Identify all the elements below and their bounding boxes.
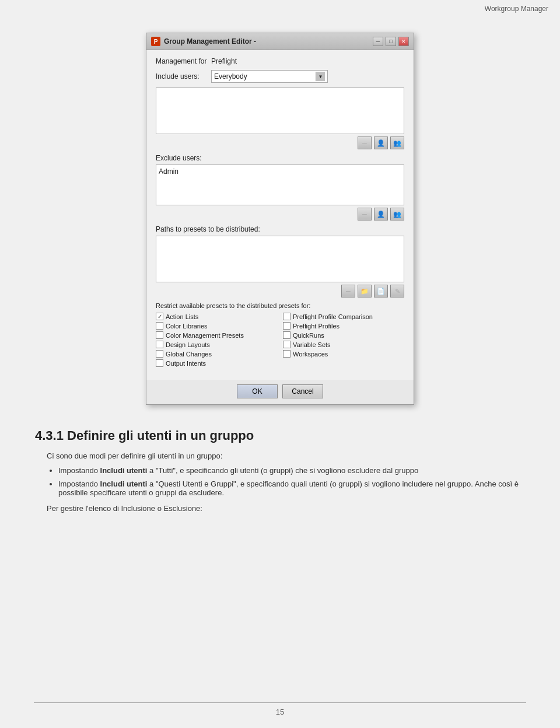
dialog-footer: OK Cancel: [146, 380, 414, 404]
exclude-label: Exclude users:: [156, 154, 404, 162]
add-group-exclude-button[interactable]: 👥: [390, 208, 404, 220]
page-footer: 15: [0, 702, 560, 716]
paths-list[interactable]: [156, 236, 404, 282]
paths-label: Paths to presets to be distributed:: [156, 225, 404, 233]
dialog-window: P Group Management Editor - ─ □ ✕ Manage…: [146, 33, 414, 405]
bullet-bold-2: Includi utenti: [100, 480, 148, 488]
header-title: Workgroup Manager: [485, 5, 548, 13]
cancel-button[interactable]: Cancel: [282, 384, 323, 398]
checkboxes-grid: ✓ Action Lists Preflight Profile Compari…: [156, 313, 404, 367]
close-button[interactable]: ✕: [398, 37, 409, 46]
include-dropdown[interactable]: Everybody ▼: [211, 70, 328, 83]
exclude-button-row: ─ 👤 👥: [156, 208, 404, 220]
checkbox-icon-color-management-presets[interactable]: [156, 331, 163, 339]
checkbox-icon-variable-sets[interactable]: [283, 341, 290, 348]
dialog-controls: ─ □ ✕: [373, 37, 409, 46]
exclude-list-content: Admin: [159, 167, 401, 176]
checkbox-icon-color-libraries[interactable]: [156, 322, 163, 330]
dialog-titlebar: P Group Management Editor - ─ □ ✕: [146, 33, 414, 50]
checkbox-label-color-management-presets: Color Management Presets: [166, 332, 244, 339]
add-user-include-button[interactable]: 👤: [374, 136, 388, 149]
checkbox-label-action-lists: Action Lists: [166, 313, 198, 320]
dialog-body: Management for Preflight Include users: …: [146, 50, 414, 380]
add-file-button[interactable]: 📄: [374, 285, 388, 298]
ok-button[interactable]: OK: [237, 384, 278, 398]
checkbox-label-preflight-profiles: Preflight Profiles: [293, 323, 340, 330]
bullet-text-after-1: a "Tutti", e specificando gli utenti (o …: [147, 466, 418, 475]
bullet-text-before-1: Impostando: [58, 466, 100, 475]
page-content: P Group Management Editor - ─ □ ✕ Manage…: [0, 15, 560, 542]
restrict-label: Restrict available presets to the distri…: [156, 302, 404, 309]
bullet-text-before-2: Impostando: [58, 480, 100, 488]
section-intro: Ci sono due modi per definire gli utenti…: [47, 452, 525, 460]
checkbox-variable-sets[interactable]: Variable Sets: [283, 341, 404, 348]
checkbox-preflight-profile-comparison[interactable]: Preflight Profile Comparison: [283, 313, 404, 320]
bullet-list: Impostando Includi utenti a "Tutti", e s…: [58, 466, 525, 497]
checkbox-quickruns[interactable]: QuickRuns: [283, 331, 404, 339]
include-users-row: Include users: Everybody ▼: [156, 70, 404, 83]
remove-path-button[interactable]: ─: [341, 285, 355, 298]
checkbox-label-output-intents: Output Intents: [166, 360, 206, 367]
add-folder-button[interactable]: 📁: [358, 285, 372, 298]
dropdown-arrow-icon[interactable]: ▼: [316, 72, 325, 81]
checkbox-design-layouts[interactable]: Design Layouts: [156, 341, 277, 348]
checkbox-workspaces[interactable]: Workspaces: [283, 350, 404, 358]
add-user-exclude-button[interactable]: 👤: [374, 208, 388, 220]
checkbox-icon-design-layouts[interactable]: [156, 341, 163, 348]
include-button-row: ─ 👤 👥: [156, 136, 404, 149]
list-item: Impostando Includi utenti a "Tutti", e s…: [58, 466, 525, 475]
section-heading: 4.3.1 Definire gli utenti in un gruppo: [35, 428, 525, 443]
checkbox-label-color-libraries: Color Libraries: [166, 323, 208, 330]
management-row: Management for Preflight: [156, 57, 404, 65]
page-header: Workgroup Manager: [0, 0, 560, 15]
checkbox-preflight-profiles[interactable]: Preflight Profiles: [283, 322, 404, 330]
minimize-button[interactable]: ─: [373, 37, 383, 46]
checkbox-output-intents[interactable]: Output Intents: [156, 359, 277, 367]
checkbox-label-workspaces: Workspaces: [293, 351, 328, 358]
checkbox-icon-preflight-profiles[interactable]: [283, 322, 290, 330]
page-number: 15: [276, 708, 284, 716]
remove-exclude-button[interactable]: ─: [358, 208, 372, 220]
checkbox-action-lists[interactable]: ✓ Action Lists: [156, 313, 277, 320]
checkbox-global-changes[interactable]: Global Changes: [156, 350, 277, 358]
checkbox-icon-quickruns[interactable]: [283, 331, 290, 339]
section-para: Per gestire l'elenco di Inclusione o Esc…: [47, 504, 525, 513]
management-value: Preflight: [211, 57, 237, 65]
footer-divider: [34, 702, 527, 703]
checkbox-icon-action-lists[interactable]: ✓: [156, 313, 163, 320]
checkbox-label-variable-sets: Variable Sets: [293, 341, 331, 348]
checkbox-icon-output-intents[interactable]: [156, 359, 163, 367]
checkbox-label-preflight-profile-comparison: Preflight Profile Comparison: [293, 313, 373, 320]
dialog-title-left: P Group Management Editor -: [151, 37, 256, 46]
remove-include-button[interactable]: ─: [358, 136, 372, 149]
bullet-bold-1: Includi utenti: [100, 466, 148, 475]
checkbox-label-design-layouts: Design Layouts: [166, 341, 210, 348]
checkbox-icon-global-changes[interactable]: [156, 350, 163, 358]
include-label: Include users:: [156, 72, 211, 80]
checkbox-icon-workspaces[interactable]: [283, 350, 290, 358]
dialog-title: Group Management Editor -: [164, 37, 256, 46]
paths-button-row: ─ 📁 📄 ✎: [156, 285, 404, 298]
checkbox-color-management-presets[interactable]: Color Management Presets: [156, 331, 277, 339]
restore-button[interactable]: □: [386, 37, 396, 46]
checkbox-label-quickruns: QuickRuns: [293, 332, 324, 339]
checkbox-icon-preflight-profile-comparison[interactable]: [283, 313, 290, 320]
list-item: Impostando Includi utenti a "Questi Uten…: [58, 480, 525, 497]
exclude-list[interactable]: Admin: [156, 164, 404, 205]
include-list[interactable]: [156, 88, 404, 134]
edit-path-button[interactable]: ✎: [390, 285, 404, 298]
add-group-include-button[interactable]: 👥: [390, 136, 404, 149]
checkbox-color-libraries[interactable]: Color Libraries: [156, 322, 277, 330]
dialog-wrapper: P Group Management Editor - ─ □ ✕ Manage…: [35, 33, 525, 405]
checkbox-label-global-changes: Global Changes: [166, 351, 212, 358]
management-label: Management for: [156, 57, 211, 65]
dialog-app-icon: P: [151, 37, 160, 46]
